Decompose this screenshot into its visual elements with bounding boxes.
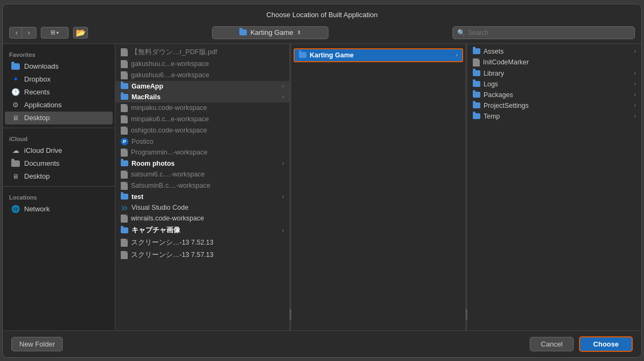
list-item[interactable]: Packages › bbox=[467, 90, 641, 100]
new-folder-button[interactable]: New Folder bbox=[11, 337, 63, 351]
file-name: InitCodeMarker bbox=[483, 58, 636, 66]
list-item[interactable]: Visual Studio Code bbox=[115, 202, 289, 213]
sidebar-item-label: Documents bbox=[24, 159, 60, 167]
list-item[interactable]: Room photos › bbox=[115, 158, 289, 169]
sidebar-item-label: Desktop bbox=[24, 114, 50, 122]
search-input[interactable] bbox=[468, 29, 630, 36]
chevron-right-icon: › bbox=[282, 83, 284, 89]
list-item[interactable]: Library › bbox=[467, 68, 641, 79]
file-name: ProjectSettings bbox=[484, 102, 631, 109]
view-mode-button[interactable]: ⊞ ▾ bbox=[41, 27, 69, 39]
sidebar-item-label: Recents bbox=[24, 88, 50, 96]
sidebar-item-label: Applications bbox=[24, 101, 62, 109]
folder-icon bbox=[473, 92, 480, 98]
back-icon: ‹ bbox=[16, 29, 18, 36]
sidebar-item-downloads[interactable]: Downloads bbox=[5, 60, 113, 73]
view-grid-icon: ⊞ bbox=[50, 29, 55, 36]
dropbox-icon: ✦ bbox=[11, 75, 20, 84]
list-item[interactable]: satsumi6.c....-workspace bbox=[115, 169, 289, 180]
doc-icon bbox=[121, 239, 128, 247]
view-chevron-icon: ▾ bbox=[56, 30, 59, 35]
desktop-icloud-icon: 🖥 bbox=[11, 172, 20, 181]
list-item[interactable]: oshigoto.code-workspace bbox=[115, 125, 289, 136]
sidebar-item-applications[interactable]: ⚙ Applications bbox=[5, 99, 113, 112]
file-name: Library bbox=[484, 70, 631, 77]
action-icon: 📂 bbox=[76, 28, 86, 38]
file-name: Room photos bbox=[131, 160, 279, 167]
folder-icon bbox=[473, 48, 480, 54]
list-item[interactable]: test › bbox=[115, 191, 289, 202]
sidebar-item-dropbox[interactable]: ✦ Dropbox bbox=[5, 73, 113, 86]
doc-icon bbox=[121, 115, 128, 123]
file-name: Visual Studio Code bbox=[131, 204, 284, 211]
list-item[interactable]: gakushuu.c...e-workspace bbox=[115, 58, 289, 70]
title-text: Choose Location of Built Application bbox=[266, 11, 377, 19]
file-name: Postico bbox=[131, 138, 284, 145]
icloud-drive-icon: ☁ bbox=[11, 146, 20, 155]
doc-icon bbox=[121, 149, 128, 157]
choose-button[interactable]: Choose bbox=[579, 336, 633, 352]
list-item[interactable]: GameApp › bbox=[115, 81, 289, 92]
sidebar-item-label: Desktop bbox=[24, 172, 50, 180]
file-column-3: Assets › InitCodeMarker Library › Logs › bbox=[467, 44, 641, 330]
sidebar-divider-2 bbox=[3, 186, 115, 187]
list-item[interactable]: SatsuminB.c....-workspace bbox=[115, 180, 289, 191]
action-button[interactable]: 📂 bbox=[73, 27, 88, 39]
list-item[interactable]: スクリーンシ…-13 7.52.13 bbox=[115, 237, 289, 249]
list-item[interactable]: MacRails › bbox=[115, 92, 289, 102]
list-item[interactable]: winrails.code-workspace bbox=[115, 213, 289, 224]
file-name: キャプチャ画像 bbox=[131, 226, 279, 235]
file-name: minpaku6.c...e-workspace bbox=[131, 115, 284, 123]
main-content: Favorites Downloads ✦ Dropbox 🕐 Recents bbox=[3, 43, 641, 330]
list-item[interactable]: InitCodeMarker bbox=[467, 57, 641, 68]
file-name: スクリーンシ…-13 7.57.13 bbox=[131, 251, 284, 260]
file-name: Temp bbox=[484, 113, 631, 120]
list-item[interactable]: Logs › bbox=[467, 79, 641, 90]
folder-icon bbox=[121, 227, 128, 233]
file-name: MacRails bbox=[131, 93, 279, 101]
toolbar: ‹ › ⊞ ▾ 📂 Karting Game ⬍ 🔍 bbox=[3, 23, 641, 43]
list-item[interactable]: 【無料ダウン…r_PDF版.pdf bbox=[115, 46, 289, 58]
downloads-icon bbox=[11, 62, 20, 71]
list-item[interactable]: minpaku.code-workspace bbox=[115, 102, 289, 114]
vscode-icon bbox=[121, 204, 128, 211]
list-item[interactable]: gakushuu6....e-workspace bbox=[115, 70, 289, 81]
doc-icon bbox=[121, 127, 128, 135]
file-name: Packages bbox=[484, 91, 631, 99]
location-selector[interactable]: Karting Game ⬍ bbox=[212, 26, 328, 39]
file-column-1: 【無料ダウン…r_PDF版.pdf gakushuu.c...e-workspa… bbox=[115, 44, 290, 330]
folder-icon bbox=[473, 81, 480, 87]
list-item[interactable]: Karting Game › bbox=[294, 48, 463, 62]
list-item[interactable]: Temp › bbox=[467, 111, 641, 122]
folder-icon bbox=[473, 113, 480, 119]
sidebar-item-desktop-icloud[interactable]: 🖥 Desktop bbox=[5, 170, 113, 183]
list-item[interactable]: minpaku6.c...e-workspace bbox=[115, 114, 289, 125]
list-item[interactable]: Programmin...-workspace bbox=[115, 147, 289, 158]
list-item[interactable]: Assets › bbox=[467, 46, 641, 57]
cancel-button[interactable]: Cancel bbox=[530, 337, 574, 351]
file-name: Karting Game bbox=[310, 51, 453, 59]
file-name: Programmin...-workspace bbox=[131, 149, 284, 156]
favorites-section-label: Favorites bbox=[3, 47, 115, 60]
sidebar-item-desktop[interactable]: 🖥 Desktop bbox=[5, 112, 113, 124]
list-item[interactable]: スクリーンシ…-13 7.57.13 bbox=[115, 249, 289, 261]
search-box[interactable]: 🔍 bbox=[452, 26, 635, 39]
file-name: satsumi6.c....-workspace bbox=[131, 171, 284, 178]
file-name: SatsuminB.c....-workspace bbox=[131, 182, 284, 189]
sidebar-item-icloud-drive[interactable]: ☁ iCloud Drive bbox=[5, 144, 113, 157]
list-item[interactable]: P Postico bbox=[115, 136, 289, 147]
doc-icon bbox=[121, 48, 128, 56]
folder-icon bbox=[473, 102, 480, 108]
list-item[interactable]: ProjectSettings › bbox=[467, 100, 641, 111]
forward-button[interactable]: › bbox=[21, 27, 36, 39]
sidebar-item-documents[interactable]: Documents bbox=[5, 157, 113, 170]
location-chevron-icon: ⬍ bbox=[297, 30, 301, 35]
list-item[interactable]: キャプチャ画像 › bbox=[115, 224, 289, 237]
chevron-right-icon: › bbox=[282, 194, 284, 200]
search-icon: 🔍 bbox=[457, 29, 465, 36]
chevron-right-icon: › bbox=[634, 92, 636, 98]
sidebar-item-network[interactable]: 🌐 Network bbox=[5, 203, 113, 216]
sidebar-item-recents[interactable]: 🕐 Recents bbox=[5, 86, 113, 99]
file-chooser-dialog: Choose Location of Built Application ‹ ›… bbox=[2, 4, 642, 358]
file-name: oshigoto.code-workspace bbox=[131, 127, 284, 134]
